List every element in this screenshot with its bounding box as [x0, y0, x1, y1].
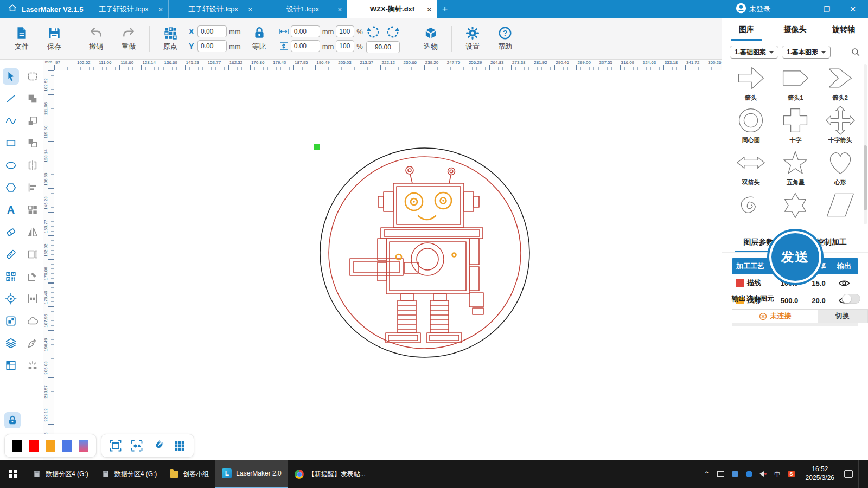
rotate-cw-icon[interactable]	[386, 25, 400, 39]
width-input[interactable]	[291, 25, 320, 37]
target-tool[interactable]	[3, 291, 19, 307]
close-button[interactable]: ✕	[841, 0, 865, 18]
new-tab-button[interactable]: +	[437, 0, 453, 18]
gallery-item-heart[interactable]: 心形	[818, 147, 863, 187]
distribute-tool[interactable]	[24, 291, 41, 307]
gallery-item-spiral[interactable]	[729, 190, 773, 221]
gallery-item-arrow[interactable]: 箭头	[729, 63, 773, 102]
artboard-tool[interactable]	[24, 246, 41, 262]
gallery-scrollbar[interactable]	[864, 64, 867, 224]
user-avatar-icon[interactable]	[735, 2, 747, 16]
layer-color-swatch[interactable]	[736, 279, 744, 287]
tab-close-icon[interactable]: ×	[158, 5, 163, 14]
help-button[interactable]: ? 帮助	[489, 26, 521, 52]
tab-close-icon[interactable]: ×	[337, 5, 342, 14]
rotate-angle-input[interactable]	[366, 41, 400, 53]
sogou-icon[interactable]: S	[787, 470, 796, 478]
lock-ratio-button[interactable]: 等比	[243, 26, 276, 52]
gallery-item-concentric-circle[interactable]: 同心圆	[729, 105, 773, 144]
file-button[interactable]: 文件	[5, 26, 38, 52]
gallery-item-arrow2[interactable]: 箭头2	[818, 63, 863, 102]
usb-icon[interactable]	[731, 470, 739, 478]
gallery-item-five-point-star[interactable]: 五角星	[773, 147, 818, 187]
output-selected-toggle[interactable]	[842, 294, 860, 304]
swatch-blue[interactable]	[62, 440, 72, 452]
gallery-scrollbar-thumb[interactable]	[864, 145, 867, 210]
start-button[interactable]	[0, 460, 26, 488]
gallery-item-cross-arrows[interactable]: 十字箭头	[818, 105, 863, 144]
settings-button[interactable]: 设置	[456, 26, 489, 52]
category-select-shape[interactable]: 1.基本图形	[782, 46, 831, 59]
grid-icon[interactable]	[173, 439, 186, 452]
bitmap-tool[interactable]	[3, 313, 19, 329]
layers-tool[interactable]	[3, 335, 19, 351]
taskbar-item-browser[interactable]: 【新提醒】发表帖...	[288, 460, 372, 488]
mirror-tool[interactable]	[24, 224, 41, 240]
taskbar-item-folder[interactable]: 创客小组	[163, 460, 215, 488]
group-tool[interactable]	[24, 202, 41, 218]
snap-magnet-icon[interactable]	[152, 439, 165, 452]
document-tab-2[interactable]: 王子轩设计.lcpx ×	[168, 0, 258, 18]
home-icon[interactable]	[8, 3, 17, 15]
height-input[interactable]	[291, 40, 320, 52]
eraser-tool[interactable]	[3, 224, 19, 240]
input-method-icon[interactable]: 中	[773, 470, 782, 478]
union-tool[interactable]	[24, 91, 41, 107]
x-position-input[interactable]	[197, 25, 227, 37]
qq-icon[interactable]	[745, 470, 754, 478]
eye-visible-icon[interactable]	[838, 279, 850, 287]
redo-button[interactable]: 重做	[112, 26, 145, 52]
audio-icon[interactable]	[759, 470, 768, 478]
document-tab-4-active[interactable]: WZX-胸针.dxf ×	[347, 0, 437, 18]
send-button[interactable]: 发送	[767, 229, 824, 285]
notification-icon[interactable]	[844, 470, 853, 478]
robot-design[interactable]	[317, 145, 532, 360]
tab-gallery[interactable]: 图库	[722, 18, 771, 41]
tab-close-icon[interactable]: ×	[427, 5, 431, 14]
maximize-button[interactable]: ❐	[815, 0, 839, 18]
design-canvas[interactable]	[54, 70, 722, 460]
ellipse-tool[interactable]	[3, 157, 19, 174]
category-select-pattern[interactable]: 1.基础图案	[730, 46, 778, 59]
gallery-item-arrow1[interactable]: 箭头1	[773, 63, 818, 102]
gallery-item-parallelogram[interactable]	[818, 190, 863, 221]
ruler-tool[interactable]	[3, 246, 19, 262]
origin-button[interactable]: 原点	[154, 26, 187, 52]
combine-tool[interactable]	[24, 135, 41, 151]
gallery-item-cross[interactable]: 十字	[773, 105, 818, 144]
pen-tool[interactable]	[24, 335, 41, 351]
switch-device-button[interactable]: 切换	[818, 310, 867, 323]
taskbar-item-lasermaker[interactable]: L LaserMaker 2.0	[215, 460, 288, 488]
cloud-tool[interactable]	[24, 313, 41, 329]
rectangle-tool[interactable]	[3, 135, 19, 151]
swatch-gradient[interactable]	[79, 440, 88, 452]
curve-tool[interactable]	[3, 113, 19, 129]
save-button[interactable]: 保存	[38, 26, 71, 52]
taskbar-item-drive-2[interactable]: 数据分区4 (G:)	[95, 460, 164, 488]
frame-icon[interactable]	[109, 439, 122, 452]
break-apart-tool[interactable]	[24, 357, 41, 374]
undo-button[interactable]: 撤销	[80, 26, 112, 52]
qrcode-tool[interactable]	[3, 268, 19, 285]
measure-tool[interactable]	[24, 268, 41, 285]
split-tool[interactable]	[24, 157, 41, 174]
y-position-input[interactable]	[197, 40, 227, 52]
document-tab-3[interactable]: 设计1.lcpx ×	[258, 0, 347, 18]
width-percent-input[interactable]	[336, 25, 354, 37]
search-icon[interactable]	[851, 47, 860, 57]
polygon-tool[interactable]	[3, 179, 19, 196]
swatch-orange[interactable]	[46, 440, 55, 452]
line-tool[interactable]	[3, 91, 19, 107]
taskbar-item-drive-1[interactable]: 数据分区4 (G:)	[26, 460, 95, 488]
canvas-lock-button[interactable]	[4, 412, 21, 428]
swatch-black[interactable]	[12, 440, 22, 452]
gallery-item-double-arrow[interactable]: 双箭头	[729, 147, 773, 187]
tab-camera[interactable]: 摄像头	[771, 18, 820, 41]
show-desktop-button[interactable]	[858, 460, 866, 488]
gallery-item-six-point-star[interactable]	[773, 190, 818, 221]
marquee-tool[interactable]	[24, 68, 41, 85]
select-tool[interactable]	[3, 68, 19, 85]
swatch-red[interactable]	[29, 440, 39, 452]
taskbar-clock[interactable]: 16:52 2025/3/26	[801, 465, 839, 482]
text-tool[interactable]: A	[3, 202, 19, 218]
